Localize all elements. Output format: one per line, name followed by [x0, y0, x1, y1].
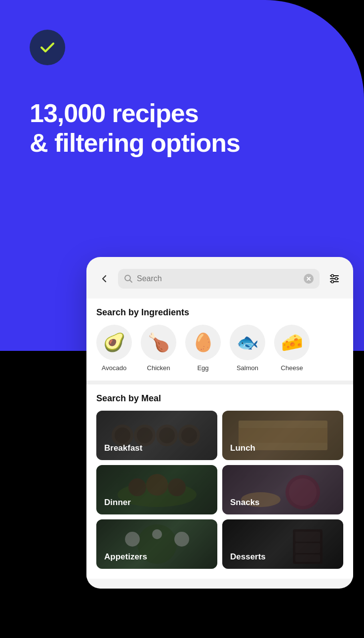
- meal-grid: Breakfast Lunch: [96, 411, 343, 569]
- ingredient-avocado[interactable]: 🥑 Avocado: [96, 325, 132, 372]
- ingredient-chicken-image: 🍗: [141, 325, 176, 360]
- back-button[interactable]: [96, 271, 112, 287]
- ingredient-avocado-image: 🥑: [96, 325, 132, 360]
- ingredient-chicken[interactable]: 🍗 Chicken: [141, 325, 176, 372]
- ingredient-chicken-label: Chicken: [147, 364, 170, 372]
- meal-card-breakfast[interactable]: Breakfast: [96, 411, 217, 460]
- meal-card-dinner[interactable]: Dinner: [96, 465, 217, 514]
- ingredient-cheese-image: 🧀: [274, 325, 310, 360]
- check-badge: [30, 30, 65, 65]
- ingredient-salmon-image: 🐟: [230, 325, 265, 360]
- svg-point-8: [335, 278, 338, 280]
- filter-icon: [327, 272, 341, 286]
- meal-snacks-label: Snacks: [230, 498, 260, 508]
- ingredient-cheese-label: Cheese: [281, 364, 303, 372]
- meal-desserts-label: Desserts: [230, 552, 266, 562]
- ingredients-section-title: Search by Ingredients: [96, 298, 343, 325]
- section-divider: [86, 381, 353, 384]
- clear-search-button[interactable]: [304, 274, 314, 284]
- search-icon: [124, 274, 133, 283]
- filter-button[interactable]: [325, 270, 343, 288]
- svg-point-7: [331, 275, 334, 277]
- search-row: [86, 269, 353, 298]
- meal-card-lunch[interactable]: Lunch: [222, 411, 343, 460]
- svg-line-1: [130, 280, 132, 283]
- hero-text: 13,000 recipes & filtering options: [30, 99, 240, 158]
- meal-card-snacks[interactable]: Snacks: [222, 465, 343, 514]
- meal-card-appetizers[interactable]: Appetizers: [96, 519, 217, 569]
- meal-lunch-label: Lunch: [230, 443, 255, 453]
- meal-card-desserts[interactable]: Desserts: [222, 519, 343, 569]
- meal-section-title: Search by Meal: [96, 384, 343, 411]
- ingredient-salmon[interactable]: 🐟 Salmon: [230, 325, 265, 372]
- meal-breakfast-label: Breakfast: [104, 443, 143, 453]
- back-icon: [99, 274, 109, 284]
- ingredient-egg-image: 🥚: [185, 325, 221, 360]
- checkmark-icon: [39, 39, 56, 56]
- svg-point-9: [331, 281, 334, 283]
- ingredient-cheese[interactable]: 🧀 Cheese: [274, 325, 310, 372]
- hero-title-line1: 13,000 recipes: [30, 99, 240, 128]
- app-card: Search by Ingredients 🥑 Avocado 🍗 Chicke…: [86, 257, 353, 589]
- ingredients-row: 🥑 Avocado 🍗 Chicken 🥚 Egg 🐟 Salmon 🧀 Che…: [96, 325, 343, 381]
- meal-section: Search by Meal: [86, 384, 353, 579]
- ingredient-salmon-label: Salmon: [237, 364, 258, 372]
- ingredient-egg[interactable]: 🥚 Egg: [185, 325, 221, 372]
- ingredient-egg-label: Egg: [197, 364, 208, 372]
- meal-dinner-label: Dinner: [104, 498, 131, 508]
- clear-icon: [306, 276, 311, 281]
- ingredient-avocado-label: Avocado: [102, 364, 126, 372]
- search-input[interactable]: [137, 274, 300, 283]
- meal-appetizers-label: Appetizers: [104, 552, 147, 562]
- ingredients-section: Search by Ingredients 🥑 Avocado 🍗 Chicke…: [86, 298, 353, 381]
- search-bar: [118, 269, 320, 289]
- hero-title-line2: & filtering options: [30, 128, 240, 158]
